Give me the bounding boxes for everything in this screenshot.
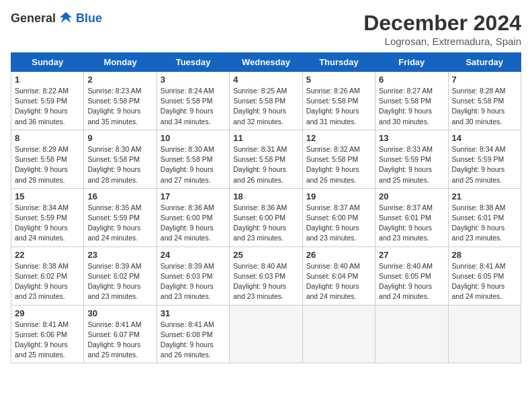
day-content: Sunrise: 8:23 AMSunset: 5:58 PMDaylight:… (87, 87, 141, 126)
table-row: 24Sunrise: 8:39 AMSunset: 6:03 PMDayligh… (157, 246, 229, 305)
day-content: Sunrise: 8:31 AMSunset: 5:58 PMDaylight:… (233, 145, 287, 184)
table-row: 3Sunrise: 8:24 AMSunset: 5:58 PMDaylight… (157, 72, 229, 130)
location-title: Logrosan, Extremadura, Spain (363, 36, 521, 47)
day-content: Sunrise: 8:39 AMSunset: 6:02 PMDaylight:… (87, 262, 141, 301)
day-number: 26 (306, 250, 371, 260)
day-content: Sunrise: 8:26 AMSunset: 5:58 PMDaylight:… (306, 87, 360, 126)
day-content: Sunrise: 8:40 AMSunset: 6:03 PMDaylight:… (233, 262, 287, 301)
table-row: 15Sunrise: 8:34 AMSunset: 5:59 PMDayligh… (11, 188, 84, 246)
table-row: 20Sunrise: 8:37 AMSunset: 6:01 PMDayligh… (375, 188, 448, 246)
day-content: Sunrise: 8:32 AMSunset: 5:58 PMDaylight:… (306, 145, 360, 184)
calendar-table: Sunday Monday Tuesday Wednesday Thursday… (11, 52, 521, 363)
table-row: 31Sunrise: 8:41 AMSunset: 6:08 PMDayligh… (157, 305, 229, 363)
day-number: 16 (87, 191, 152, 201)
calendar-body: 1Sunrise: 8:22 AMSunset: 5:59 PMDaylight… (11, 72, 521, 363)
day-content: Sunrise: 8:36 AMSunset: 6:00 PMDaylight:… (161, 203, 214, 242)
day-number: 31 (161, 308, 226, 318)
day-number: 6 (379, 75, 444, 85)
day-number: 9 (87, 133, 152, 143)
day-content: Sunrise: 8:40 AMSunset: 6:05 PMDaylight:… (379, 262, 433, 301)
table-row: 21Sunrise: 8:38 AMSunset: 6:01 PMDayligh… (448, 188, 521, 246)
day-number: 28 (452, 250, 517, 260)
day-content: Sunrise: 8:38 AMSunset: 6:01 PMDaylight:… (452, 203, 506, 242)
day-number: 30 (87, 308, 152, 318)
day-number: 4 (233, 75, 298, 85)
day-content: Sunrise: 8:30 AMSunset: 5:58 PMDaylight:… (161, 145, 214, 184)
day-number: 2 (87, 75, 152, 85)
day-number: 20 (379, 191, 444, 201)
day-number: 13 (379, 133, 444, 143)
day-content: Sunrise: 8:37 AMSunset: 6:01 PMDaylight:… (379, 203, 433, 242)
table-row: 4Sunrise: 8:25 AMSunset: 5:58 PMDaylight… (230, 72, 302, 130)
table-row: 10Sunrise: 8:30 AMSunset: 5:58 PMDayligh… (157, 130, 229, 188)
day-content: Sunrise: 8:35 AMSunset: 5:59 PMDaylight:… (87, 203, 141, 242)
day-number: 14 (452, 133, 517, 143)
day-content: Sunrise: 8:29 AMSunset: 5:58 PMDaylight:… (15, 145, 69, 184)
day-number: 29 (15, 308, 80, 318)
day-content: Sunrise: 8:41 AMSunset: 6:07 PMDaylight:… (87, 320, 141, 359)
table-row: 25Sunrise: 8:40 AMSunset: 6:03 PMDayligh… (230, 246, 302, 305)
table-row (448, 305, 521, 363)
table-row: 28Sunrise: 8:41 AMSunset: 6:05 PMDayligh… (448, 246, 521, 305)
day-number: 27 (379, 250, 444, 260)
day-content: Sunrise: 8:39 AMSunset: 6:03 PMDaylight:… (161, 262, 214, 301)
table-row: 18Sunrise: 8:36 AMSunset: 6:00 PMDayligh… (230, 188, 302, 246)
svg-marker-0 (60, 12, 72, 23)
table-row: 9Sunrise: 8:30 AMSunset: 5:58 PMDaylight… (84, 130, 157, 188)
table-row: 8Sunrise: 8:29 AMSunset: 5:58 PMDaylight… (11, 130, 84, 188)
day-number: 19 (306, 191, 371, 201)
logo-general: General (11, 11, 56, 26)
day-number: 17 (161, 191, 226, 201)
table-row: 13Sunrise: 8:33 AMSunset: 5:59 PMDayligh… (375, 130, 448, 188)
table-row: 1Sunrise: 8:22 AMSunset: 5:59 PMDaylight… (11, 72, 84, 130)
day-content: Sunrise: 8:37 AMSunset: 6:00 PMDaylight:… (306, 203, 360, 242)
table-row: 14Sunrise: 8:34 AMSunset: 5:59 PMDayligh… (448, 130, 521, 188)
table-row: 23Sunrise: 8:39 AMSunset: 6:02 PMDayligh… (84, 246, 157, 305)
col-wednesday: Wednesday (230, 53, 302, 72)
day-content: Sunrise: 8:40 AMSunset: 6:04 PMDaylight:… (306, 262, 360, 301)
day-content: Sunrise: 8:41 AMSunset: 6:06 PMDaylight:… (15, 320, 69, 359)
day-content: Sunrise: 8:34 AMSunset: 5:59 PMDaylight:… (15, 203, 69, 242)
day-content: Sunrise: 8:38 AMSunset: 6:02 PMDaylight:… (15, 262, 69, 301)
calendar-row: 15Sunrise: 8:34 AMSunset: 5:59 PMDayligh… (11, 188, 521, 246)
day-content: Sunrise: 8:41 AMSunset: 6:05 PMDaylight:… (452, 262, 506, 301)
table-row: 27Sunrise: 8:40 AMSunset: 6:05 PMDayligh… (375, 246, 448, 305)
day-content: Sunrise: 8:24 AMSunset: 5:58 PMDaylight:… (161, 87, 214, 126)
day-content: Sunrise: 8:22 AMSunset: 5:59 PMDaylight:… (15, 87, 69, 126)
table-row (375, 305, 448, 363)
day-number: 7 (452, 75, 517, 85)
table-row (230, 305, 302, 363)
header-row: Sunday Monday Tuesday Wednesday Thursday… (11, 53, 521, 72)
table-row: 7Sunrise: 8:28 AMSunset: 5:58 PMDaylight… (448, 72, 521, 130)
calendar-row: 22Sunrise: 8:38 AMSunset: 6:02 PMDayligh… (11, 246, 521, 305)
day-content: Sunrise: 8:34 AMSunset: 5:59 PMDaylight:… (452, 145, 506, 184)
logo-blue: Blue (76, 11, 102, 26)
table-row: 29Sunrise: 8:41 AMSunset: 6:06 PMDayligh… (11, 305, 84, 363)
day-number: 18 (233, 191, 298, 201)
day-content: Sunrise: 8:36 AMSunset: 6:00 PMDaylight:… (233, 203, 287, 242)
day-content: Sunrise: 8:30 AMSunset: 5:58 PMDaylight:… (87, 145, 141, 184)
table-row: 19Sunrise: 8:37 AMSunset: 6:00 PMDayligh… (302, 188, 375, 246)
table-row: 2Sunrise: 8:23 AMSunset: 5:58 PMDaylight… (84, 72, 157, 130)
table-row: 30Sunrise: 8:41 AMSunset: 6:07 PMDayligh… (84, 305, 157, 363)
col-tuesday: Tuesday (157, 53, 229, 72)
day-content: Sunrise: 8:28 AMSunset: 5:58 PMDaylight:… (452, 87, 506, 126)
day-content: Sunrise: 8:33 AMSunset: 5:59 PMDaylight:… (379, 145, 433, 184)
col-saturday: Saturday (448, 53, 521, 72)
day-content: Sunrise: 8:27 AMSunset: 5:58 PMDaylight:… (379, 87, 433, 126)
calendar-row: 8Sunrise: 8:29 AMSunset: 5:58 PMDaylight… (11, 130, 521, 188)
day-number: 24 (161, 250, 226, 260)
calendar-row: 29Sunrise: 8:41 AMSunset: 6:06 PMDayligh… (11, 305, 521, 363)
table-row: 6Sunrise: 8:27 AMSunset: 5:58 PMDaylight… (375, 72, 448, 130)
title-area: December 2024 Logrosan, Extremadura, Spa… (363, 11, 521, 47)
day-content: Sunrise: 8:25 AMSunset: 5:58 PMDaylight:… (233, 87, 287, 126)
day-number: 3 (161, 75, 226, 85)
day-content: Sunrise: 8:41 AMSunset: 6:08 PMDaylight:… (161, 320, 214, 359)
table-row: 11Sunrise: 8:31 AMSunset: 5:58 PMDayligh… (230, 130, 302, 188)
day-number: 8 (15, 133, 80, 143)
day-number: 23 (87, 250, 152, 260)
table-row: 5Sunrise: 8:26 AMSunset: 5:58 PMDaylight… (302, 72, 375, 130)
col-friday: Friday (375, 53, 448, 72)
day-number: 25 (233, 250, 298, 260)
day-number: 21 (452, 191, 517, 201)
